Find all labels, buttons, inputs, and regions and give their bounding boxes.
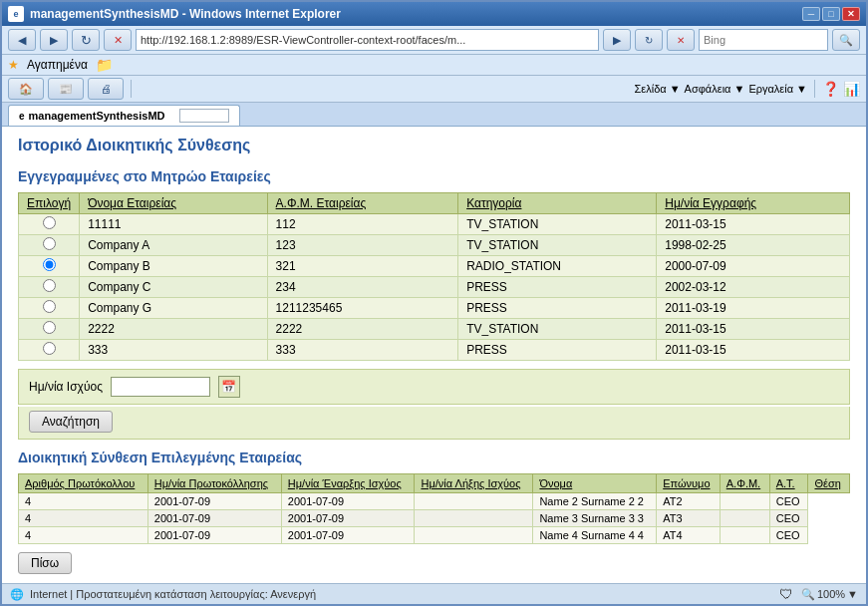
date-validity-input[interactable] <box>111 377 210 397</box>
mgmt-col-date-end: Ημ/νία Λήξης Ισχύος <box>415 474 533 493</box>
company-name-cell: 11111 <box>80 214 267 235</box>
mgmt-name-cell: Name 4 Surname 4 4 <box>533 527 657 544</box>
tab-bar: e managementSynthesisMD <box>2 103 866 127</box>
mgmt-protocol-cell: 4 <box>19 493 148 510</box>
refresh-btn2[interactable]: ↻ <box>635 29 663 51</box>
title-bar-buttons: ─ □ ✕ <box>802 7 860 21</box>
mgmt-afm-cell: AT4 <box>657 527 721 544</box>
mgmt-date-start-cell: 2001-07-09 <box>281 493 415 510</box>
tab-input <box>179 109 229 123</box>
forward-nav-button[interactable]: ▶ <box>40 29 68 51</box>
management-table-header: Αριθμός Πρωτόκολλου Ημ/νία Πρωτοκόλλησης… <box>19 474 850 493</box>
title-bar: e managementSynthesisMD - Windows Intern… <box>2 2 866 26</box>
companies-table-header: Επιλογή Όνομα Εταιρείας Α.Φ.Μ. Εταιρείας… <box>19 193 850 214</box>
company-category-cell: PRESS <box>458 340 657 361</box>
company-radio-5[interactable] <box>43 321 56 334</box>
company-radio-3[interactable] <box>43 279 56 292</box>
status-right: 🛡 🔍 100% ▼ <box>779 586 858 602</box>
status-left: 🌐 Internet | Προστατευμένη κατάσταση λει… <box>10 588 316 601</box>
back-nav-button[interactable]: ◀ <box>8 29 36 51</box>
page-menu[interactable]: Σελίδα ▼ <box>635 83 681 95</box>
mgmt-protocol-cell: 4 <box>19 510 148 527</box>
zoom-dropdown-icon[interactable]: ▼ <box>847 588 858 600</box>
tab-label: managementSynthesisMD <box>29 110 165 122</box>
companies-section: Εγγεγραμμένες στο Μητρώο Εταιρείες Επιλο… <box>18 168 850 440</box>
table-row: Company G 1211235465 PRESS 2011-03-19 <box>19 298 850 319</box>
favorites-label[interactable]: Αγαπημένα <box>27 58 88 72</box>
company-category-cell: TV_STATION <box>458 319 657 340</box>
address-input[interactable] <box>136 29 599 51</box>
company-radio-4[interactable] <box>43 300 56 313</box>
maximize-button[interactable]: □ <box>822 7 840 21</box>
zoom-icon: 🔍 <box>801 588 815 601</box>
browser-icon: e <box>8 6 24 22</box>
mgmt-col-position: Θέση <box>808 474 850 493</box>
search-button[interactable]: 🔍 <box>832 29 860 51</box>
help-icon[interactable]: ❓ <box>822 81 839 97</box>
mgmt-name-cell: Name 2 Surname 2 2 <box>533 493 657 510</box>
tab-icon: e <box>19 111 25 122</box>
mgmt-afm-cell: AT3 <box>657 510 721 527</box>
stop-btn2[interactable]: ✕ <box>667 29 695 51</box>
company-radio-2[interactable] <box>43 258 56 271</box>
management-section: Διοικητική Σύνθεση Επιλεγμένης Εταιρείας… <box>18 450 850 574</box>
company-date-cell: 2002-03-12 <box>657 277 850 298</box>
company-name-cell: Company A <box>80 235 267 256</box>
search-companies-button[interactable]: Αναζήτηση <box>29 411 113 433</box>
table-row: 2222 2222 TV_STATION 2011-03-15 <box>19 319 850 340</box>
mgmt-col-date-protocol: Ημ/νία Πρωτοκόλλησης <box>147 474 281 493</box>
radio-cell <box>19 319 80 340</box>
status-text: Internet | Προστατευμένη κατάσταση λειτο… <box>30 588 316 600</box>
table-row: 333 333 PRESS 2011-03-15 <box>19 340 850 361</box>
radio-cell <box>19 235 80 256</box>
mgmt-position-cell: CEO <box>769 527 808 544</box>
date-row: Ημ/νία Ισχύος 📅 <box>18 369 850 405</box>
table-row: 4 2001-07-09 2001-07-09 Name 2 Surname 2… <box>19 493 850 510</box>
back-button[interactable]: Πίσω <box>18 552 72 574</box>
table-row: 11111 112 TV_STATION 2011-03-15 <box>19 214 850 235</box>
company-radio-0[interactable] <box>43 216 56 229</box>
table-row: 4 2001-07-09 2001-07-09 Name 4 Surname 4… <box>19 527 850 544</box>
company-date-cell: 2011-03-15 <box>657 340 850 361</box>
rss2-icon[interactable]: 📊 <box>843 81 860 97</box>
refresh-button[interactable]: ↻ <box>72 29 100 51</box>
search-input[interactable] <box>699 29 828 51</box>
home-icon[interactable]: 🏠 <box>8 78 44 100</box>
mgmt-col-protocol: Αριθμός Πρωτόκολλου <box>19 474 148 493</box>
company-category-cell: RADIO_STATION <box>458 256 657 277</box>
mgmt-at-cell <box>720 493 769 510</box>
col-selection: Επιλογή <box>19 193 80 214</box>
calendar-button[interactable]: 📅 <box>218 376 240 398</box>
company-name-cell: 333 <box>80 340 267 361</box>
browser-window: e managementSynthesisMD - Windows Intern… <box>0 0 868 606</box>
companies-table: Επιλογή Όνομα Εταιρείας Α.Φ.Μ. Εταιρείας… <box>18 192 850 361</box>
search-btn-row: Αναζήτηση <box>18 407 850 440</box>
tools-menu[interactable]: Εργαλεία ▼ <box>748 83 807 95</box>
go-button[interactable]: ▶ <box>603 29 631 51</box>
security-menu[interactable]: Ασφάλεια ▼ <box>685 83 745 95</box>
rss-icon[interactable]: 📰 <box>48 78 84 100</box>
company-date-cell: 2000-07-09 <box>657 256 850 277</box>
ie-toolbar: 🏠 📰 🖨 Σελίδα ▼ Ασφάλεια ▼ Εργαλεία ▼ ❓ 📊 <box>2 76 866 103</box>
stop-button[interactable]: ✕ <box>104 29 132 51</box>
radio-cell <box>19 298 80 319</box>
management-section-title: Διοικητική Σύνθεση Επιλεγμένης Εταιρείας <box>18 450 850 465</box>
company-radio-6[interactable] <box>43 342 56 355</box>
minimize-button[interactable]: ─ <box>802 7 820 21</box>
mgmt-position-cell: CEO <box>769 493 808 510</box>
radio-cell <box>19 214 80 235</box>
mgmt-position-cell: CEO <box>769 510 808 527</box>
status-bar: 🌐 Internet | Προστατευμένη κατάσταση λει… <box>2 583 866 604</box>
main-tab[interactable]: e managementSynthesisMD <box>8 105 240 126</box>
mgmt-col-date-start: Ημ/νία Έναρξης Ισχύος <box>281 474 415 493</box>
print-icon[interactable]: 🖨 <box>88 78 124 100</box>
company-radio-1[interactable] <box>43 237 56 250</box>
table-row: Company C 234 PRESS 2002-03-12 <box>19 277 850 298</box>
mgmt-name-cell: Name 3 Surname 3 3 <box>533 510 657 527</box>
close-button[interactable]: ✕ <box>842 7 860 21</box>
col-company-name: Όνομα Εταιρείας <box>80 193 267 214</box>
favorites-bar: ★ Αγαπημένα 📁 <box>2 55 866 76</box>
title-bar-left: e managementSynthesisMD - Windows Intern… <box>8 6 341 22</box>
col-date: Ημ/νία Εγγραφής <box>657 193 850 214</box>
companies-section-title: Εγγεγραμμένες στο Μητρώο Εταιρείες <box>18 168 850 184</box>
